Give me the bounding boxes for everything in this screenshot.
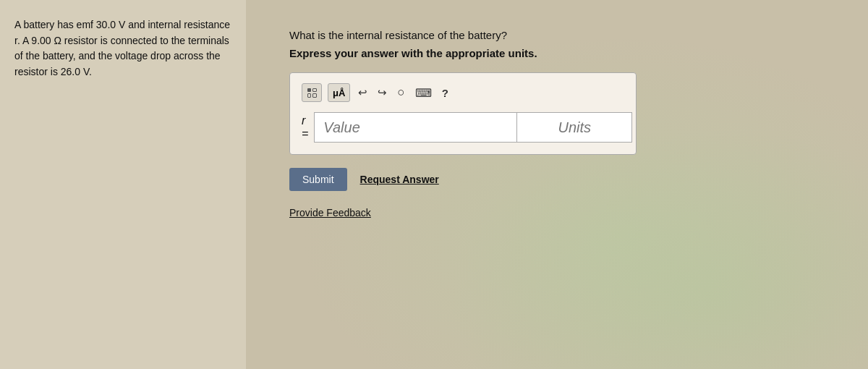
submit-row: Submit Request Answer: [289, 168, 839, 191]
mu-button[interactable]: μÅ: [328, 83, 350, 102]
input-row: r =: [302, 112, 624, 143]
redo-icon[interactable]: ↪: [375, 85, 389, 101]
question-text: What is the internal resistance of the b…: [289, 29, 839, 41]
matrix-button[interactable]: [302, 83, 322, 102]
left-panel: A battery has emf 30.0 V and internal re…: [0, 0, 246, 369]
value-input[interactable]: [314, 112, 516, 143]
express-text: Express your answer with the appropriate…: [289, 47, 839, 59]
undo-icon[interactable]: ↩: [356, 85, 370, 101]
units-input[interactable]: [516, 112, 632, 143]
submit-button[interactable]: Submit: [289, 168, 347, 191]
toolbar: μÅ ↩ ↪ ○ ⌨ ?: [302, 83, 624, 102]
request-answer-link[interactable]: Request Answer: [360, 174, 439, 185]
right-panel: What is the internal resistance of the b…: [246, 0, 868, 369]
problem-text: A battery has emf 30.0 V and internal re…: [14, 17, 231, 80]
refresh-icon[interactable]: ○: [395, 84, 407, 101]
provide-feedback-link[interactable]: Provide Feedback: [289, 207, 839, 219]
answer-box: μÅ ↩ ↪ ○ ⌨ ? r =: [289, 72, 637, 155]
var-label: r =: [302, 114, 308, 140]
help-icon[interactable]: ?: [440, 85, 451, 101]
keyboard-icon[interactable]: ⌨: [413, 85, 434, 101]
